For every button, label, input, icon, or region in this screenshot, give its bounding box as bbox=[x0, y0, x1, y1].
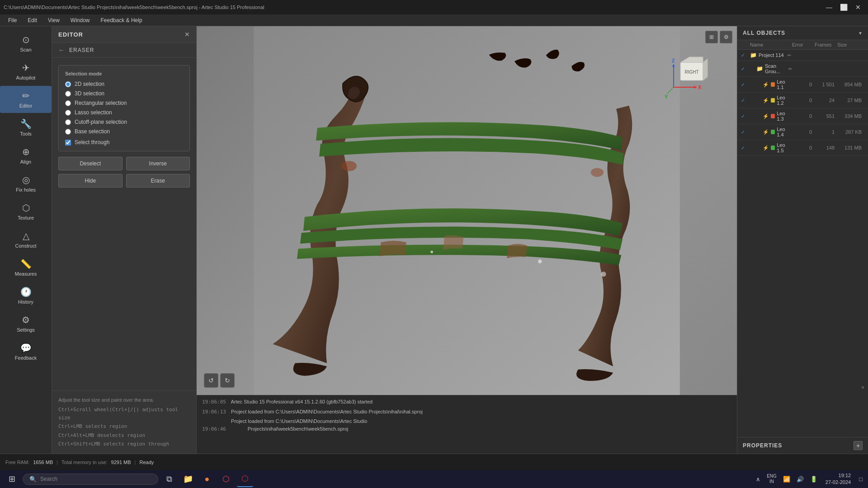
settings-icon: ⚙ bbox=[22, 314, 30, 325]
sidebar-label-measures: Measures bbox=[15, 271, 37, 277]
taskview-icon[interactable]: ⧉ bbox=[161, 471, 177, 487]
object-row-project[interactable]: ✓ 📁 Project 114 ✏ bbox=[737, 50, 868, 61]
right-panel: ALL OBJECTS ▼ Name Error Frames Size ✓ 📁… bbox=[737, 26, 868, 454]
menu-item-file[interactable]: File bbox=[4, 16, 21, 24]
viewport-canvas[interactable]: RIGHT X Z Y ⊞ bbox=[197, 26, 737, 395]
radio-lasso-label: Lasso selection bbox=[75, 109, 112, 116]
object-row-leo12[interactable]: ✓ ⚡ Leo 1.2 0 24 27 MB bbox=[737, 93, 868, 108]
taskbar: ⊞ 🔍 Search ⧉ 📁 ● ⬡ ⬡ ∧ ENGIN 📶 🔊 🔋 19:12… bbox=[0, 470, 868, 488]
viewport: RIGHT X Z Y ⊞ bbox=[197, 26, 737, 454]
color-dot-11 bbox=[771, 82, 775, 87]
start-button[interactable]: ⊞ bbox=[4, 471, 20, 487]
sidebar-item-tools[interactable]: 🔧 Tools bbox=[0, 114, 52, 141]
radio-3d-selection[interactable]: 3D selection bbox=[65, 90, 183, 97]
btn-row-2: Hide Erase bbox=[58, 174, 190, 188]
radio-cutoff-selection[interactable]: Cutoff-plane selection bbox=[65, 119, 183, 125]
hint-line-3: Ctrl+LMB selects region bbox=[58, 422, 190, 431]
search-icon: 🔍 bbox=[29, 476, 37, 483]
hide-button[interactable]: Hide bbox=[58, 174, 123, 188]
sidebar-item-texture[interactable]: ⬡ Texture bbox=[0, 198, 52, 225]
sidebar-item-scan[interactable]: ⊙ Scan bbox=[0, 30, 52, 57]
svg-marker-11 bbox=[694, 86, 697, 89]
menu-item-edit[interactable]: Edit bbox=[23, 16, 42, 24]
radio-rect-label: Rectangular selection bbox=[75, 100, 127, 106]
object-row-leo11[interactable]: ✓ ⚡ Leo 1.1 0 1 501 854 MB bbox=[737, 77, 868, 93]
menu-item-view[interactable]: View bbox=[43, 16, 64, 24]
sidebar-label-scan: Scan bbox=[20, 47, 31, 52]
history-icon: 🕐 bbox=[20, 286, 32, 297]
editor-nav: ← ERASER bbox=[52, 43, 196, 58]
sidebar-item-align[interactable]: ⊕ Align bbox=[0, 142, 52, 169]
sidebar-item-fix-holes[interactable]: ◎ Fix holes bbox=[0, 170, 52, 197]
language-indicator[interactable]: ENGIN bbox=[765, 472, 778, 486]
menu-item-feedback--help[interactable]: Feedback & Help bbox=[96, 16, 147, 24]
scan-icon-11: ⚡ bbox=[763, 82, 769, 88]
artec-icon[interactable]: ⬡ bbox=[218, 471, 234, 487]
undo-button[interactable]: ↺ bbox=[204, 373, 218, 388]
object-row-leo13[interactable]: ✓ ⚡ Leo 1.3 0 551 334 MB bbox=[737, 108, 868, 124]
sidebar-item-editor[interactable]: ✏ Editor bbox=[0, 86, 52, 113]
volume-icon[interactable]: 🔊 bbox=[795, 474, 806, 484]
expand-panel-icon[interactable]: » bbox=[861, 384, 864, 390]
radio-lasso-selection[interactable]: Lasso selection bbox=[65, 109, 183, 116]
viewport-fit-icon[interactable]: ⊞ bbox=[705, 31, 718, 43]
file-explorer-icon[interactable]: 📁 bbox=[180, 471, 196, 487]
sidebar-item-construct[interactable]: △ Construct bbox=[0, 226, 52, 253]
objects-table: Name Error Frames Size ✓ 📁 Project 114 ✏… bbox=[737, 40, 868, 437]
btn-row-1: Deselect Inverse bbox=[58, 157, 190, 170]
sidebar-item-settings[interactable]: ⚙ Settings bbox=[0, 310, 52, 337]
color-dot-15 bbox=[771, 145, 775, 150]
sidebar-label-autopilot: Autopilot bbox=[16, 75, 36, 80]
viewport-settings-icon[interactable]: ⚙ bbox=[720, 31, 732, 43]
free-ram-label: Free RAM: bbox=[5, 460, 29, 465]
tools-icon: 🔧 bbox=[20, 118, 32, 129]
inverse-button[interactable]: Inverse bbox=[126, 157, 190, 170]
minimize-button[interactable]: — bbox=[823, 1, 835, 14]
sidebar-item-autopilot[interactable]: ✈ Autopilot bbox=[0, 58, 52, 85]
radio-2d-selection[interactable]: 2D selection bbox=[65, 81, 183, 87]
sidebar-item-measures[interactable]: 📏 Measures bbox=[0, 254, 52, 281]
network-icon[interactable]: 📶 bbox=[781, 474, 792, 484]
back-arrow-icon[interactable]: ← bbox=[58, 47, 65, 54]
menubar: FileEditViewWindowFeedback & Help bbox=[0, 14, 868, 26]
titlebar-left: C:\Users\ADMIN\Documents\Artec Studio Pr… bbox=[4, 5, 264, 10]
sidebar-item-history[interactable]: 🕐 History bbox=[0, 282, 52, 309]
object-row-leo15[interactable]: ✓ ⚡ Leo 1.5 0 148 131 MB bbox=[737, 140, 868, 156]
artec-active-icon[interactable]: ⬡ bbox=[237, 471, 253, 487]
time-display[interactable]: 19:12 27-02-2024 bbox=[822, 470, 854, 488]
radio-base-selection[interactable]: Base selection bbox=[65, 128, 183, 135]
sidebar-label-feedback: Feedback bbox=[15, 355, 37, 361]
deselect-button[interactable]: Deselect bbox=[58, 157, 123, 170]
sidebar-label-construct: Construct bbox=[15, 243, 36, 249]
radio-2d-label: 2D selection bbox=[75, 81, 104, 87]
search-text: Search bbox=[40, 476, 57, 482]
radio-rect-selection[interactable]: Rectangular selection bbox=[65, 100, 183, 106]
axis-indicator[interactable]: RIGHT X Z Y bbox=[665, 53, 710, 99]
chrome-icon[interactable]: ● bbox=[199, 471, 215, 487]
object-row-leo14[interactable]: ✓ ⚡ Leo 1.4 0 1 287 KB bbox=[737, 124, 868, 140]
texture-icon: ⬡ bbox=[22, 202, 30, 213]
objects-dropdown-icon[interactable]: ▼ bbox=[858, 31, 863, 36]
editor-header: EDITOR ✕ bbox=[52, 26, 196, 43]
editor-close-button[interactable]: ✕ bbox=[184, 31, 190, 38]
object-row-scangroup[interactable]: ✓ 📁 Scan Grou... ✏ bbox=[737, 61, 868, 77]
titlebar: C:\Users\ADMIN\Documents\Artec Studio Pr… bbox=[0, 0, 868, 14]
sidebar-label-texture: Texture bbox=[18, 215, 34, 221]
measures-icon: 📏 bbox=[20, 258, 32, 269]
close-button[interactable]: ✕ bbox=[852, 1, 864, 14]
notification-icon[interactable]: □ bbox=[857, 474, 864, 484]
taskbar-right: ∧ ENGIN 📶 🔊 🔋 19:12 27-02-2024 □ bbox=[754, 470, 864, 488]
search-bar[interactable]: 🔍 Search bbox=[23, 474, 158, 485]
battery-icon[interactable]: 🔋 bbox=[808, 474, 819, 484]
erase-button[interactable]: Erase bbox=[126, 174, 190, 188]
add-property-button[interactable]: + bbox=[854, 441, 863, 450]
chevron-up-icon[interactable]: ∧ bbox=[754, 474, 762, 484]
sidebar-item-feedback[interactable]: 💬 Feedback bbox=[0, 338, 52, 365]
color-dot-14 bbox=[771, 130, 775, 134]
select-through-option[interactable]: Select through bbox=[65, 139, 183, 145]
maximize-button[interactable]: ⬜ bbox=[837, 1, 850, 14]
redo-button[interactable]: ↻ bbox=[220, 373, 235, 388]
scan-icon-12: ⚡ bbox=[763, 98, 769, 103]
windows-logo-icon: ⊞ bbox=[9, 474, 15, 484]
menu-item-window[interactable]: Window bbox=[66, 16, 94, 24]
